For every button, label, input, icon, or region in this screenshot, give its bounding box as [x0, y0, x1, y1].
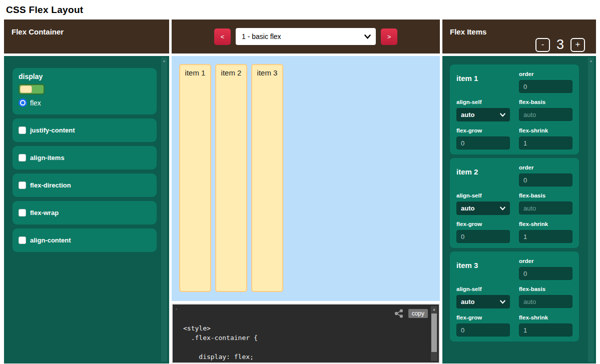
code-scrollbar[interactable]: ▲ [431, 306, 437, 361]
item-1-card: item 1 order align-self auto flex-basis [450, 64, 579, 154]
chevron-down-icon [500, 300, 505, 304]
item-1-flex-shrink-field: flex-shrink [519, 128, 572, 150]
flex-shrink-input[interactable] [519, 230, 572, 243]
justify-content-card[interactable]: justify-content [13, 118, 157, 142]
flex-items-panel: Flex Items - 3 + item 1 order align-self [442, 20, 596, 364]
remove-item-button[interactable]: - [535, 38, 550, 52]
align-self-select[interactable]: auto [456, 108, 510, 122]
display-toggle[interactable] [19, 84, 45, 94]
flex-direction-label: flex-direction [30, 182, 71, 189]
flex-basis-label: flex-basis [519, 286, 572, 292]
toggle-knob [20, 86, 32, 93]
align-self-select[interactable]: auto [456, 202, 510, 215]
code-scroll-thumb[interactable] [431, 314, 437, 352]
chevron-down-icon [500, 113, 505, 117]
item-3-card: item 3 order align-self auto flex-basis [450, 252, 579, 342]
item-3-flex-shrink-field: flex-shrink [519, 314, 572, 336]
code-scroll-up-icon[interactable]: ▲ [431, 306, 437, 311]
flex-radio-dot [21, 101, 25, 104]
flex-grow-label: flex-grow [456, 221, 510, 227]
item-2-flex-basis-field: flex-basis [519, 192, 572, 215]
justify-content-label: justify-content [30, 126, 75, 134]
align-content-card[interactable]: align-content [13, 228, 157, 252]
prev-example-button[interactable]: < [214, 28, 231, 45]
order-label: order [519, 71, 572, 77]
left-panel-scrollbar[interactable]: ▲ [161, 58, 167, 362]
align-self-label: align-self [456, 286, 510, 292]
flex-shrink-label: flex-shrink [519, 221, 572, 227]
flex-radio[interactable] [19, 98, 27, 107]
add-item-button[interactable]: + [570, 38, 585, 52]
align-content-label: align-content [30, 236, 71, 244]
item-2-flex-grow-field: flex-grow [456, 221, 510, 243]
item-1-flex-basis-field: flex-basis [519, 99, 572, 122]
flex-wrap-label: flex-wrap [30, 209, 59, 216]
flex-grow-input[interactable] [456, 324, 510, 336]
item-3-flex-basis-field: flex-basis [519, 286, 572, 308]
flex-basis-input[interactable] [519, 108, 572, 121]
display-flex-radio-row[interactable]: flex [19, 98, 151, 107]
align-content-checkbox[interactable] [19, 236, 26, 244]
align-self-value: auto [461, 204, 474, 212]
item-3-name: item 3 [456, 258, 510, 280]
demo-item-1: item 1 [179, 64, 211, 292]
flex-radio-label: flex [30, 99, 41, 107]
flex-container-title: Flex Container [12, 28, 64, 36]
align-self-select[interactable]: auto [456, 295, 510, 308]
preview-column: < 1 - basic flex > item 1 item 2 item 3 … [172, 20, 440, 364]
display-label: display [19, 72, 151, 80]
flex-direction-checkbox[interactable] [19, 182, 26, 189]
order-input[interactable] [519, 267, 572, 280]
flex-shrink-input[interactable] [519, 324, 572, 336]
flex-grow-input[interactable] [456, 230, 510, 243]
flex-container-panel: Flex Container display flex justify-cont… [4, 20, 169, 364]
flex-basis-input[interactable] [519, 202, 572, 214]
example-select[interactable]: 1 - basic flex [236, 28, 376, 45]
flex-shrink-label: flex-shrink [519, 314, 572, 320]
item-3-align-self-field: align-self auto [456, 286, 510, 308]
flex-grow-input[interactable] [456, 136, 510, 150]
scroll-up-icon[interactable]: ▲ [161, 58, 167, 62]
align-items-card[interactable]: align-items [13, 146, 157, 170]
chevron-down-icon [364, 34, 371, 39]
flex-wrap-checkbox[interactable] [19, 209, 26, 216]
page-title: CSS Flex Layout [6, 4, 600, 16]
share-icon[interactable] [394, 309, 403, 318]
main-layout: Flex Container display flex justify-cont… [0, 20, 600, 364]
item-1-align-self-field: align-self auto [456, 99, 510, 122]
item-2-name: item 2 [456, 164, 510, 186]
flex-items-header: Flex Items - 3 + [442, 20, 596, 54]
flex-items-title: Flex Items [450, 28, 486, 36]
display-card: display flex [13, 68, 157, 114]
demo-item-2: item 2 [215, 64, 247, 292]
flex-direction-card[interactable]: flex-direction [13, 174, 157, 197]
item-1-order-field: order [519, 71, 572, 93]
flex-shrink-input[interactable] [519, 136, 572, 150]
align-self-value: auto [461, 298, 474, 306]
flex-shrink-label: flex-shrink [519, 128, 572, 134]
order-label: order [519, 258, 572, 264]
flex-demo-container: item 1 item 2 item 3 [172, 56, 440, 301]
item-2-flex-shrink-field: flex-shrink [519, 221, 572, 243]
code-panel: . copy <style> .flex-container { display… [172, 304, 440, 364]
flex-basis-label: flex-basis [519, 99, 572, 105]
right-panel-scrollbar[interactable]: ▲ [588, 58, 594, 362]
flex-grow-label: flex-grow [456, 128, 510, 134]
item-2-order-field: order [519, 164, 572, 186]
demo-item-3: item 3 [251, 64, 283, 292]
scroll-up-icon[interactable]: ▲ [588, 58, 594, 62]
order-input[interactable] [519, 80, 572, 93]
align-items-label: align-items [30, 154, 65, 162]
align-self-label: align-self [456, 99, 510, 105]
align-items-checkbox[interactable] [19, 154, 26, 162]
order-input[interactable] [519, 174, 572, 186]
item-counter: - 3 + [535, 37, 585, 52]
flex-wrap-card[interactable]: flex-wrap [13, 201, 157, 224]
copy-button[interactable]: copy [408, 309, 428, 318]
justify-content-checkbox[interactable] [19, 126, 26, 134]
example-select-value: 1 - basic flex [242, 32, 281, 40]
item-2-align-self-field: align-self auto [456, 192, 510, 215]
flex-basis-input[interactable] [519, 295, 572, 308]
code-text: <style> .flex-container { display: flex; [183, 324, 258, 362]
next-example-button[interactable]: > [381, 28, 397, 45]
